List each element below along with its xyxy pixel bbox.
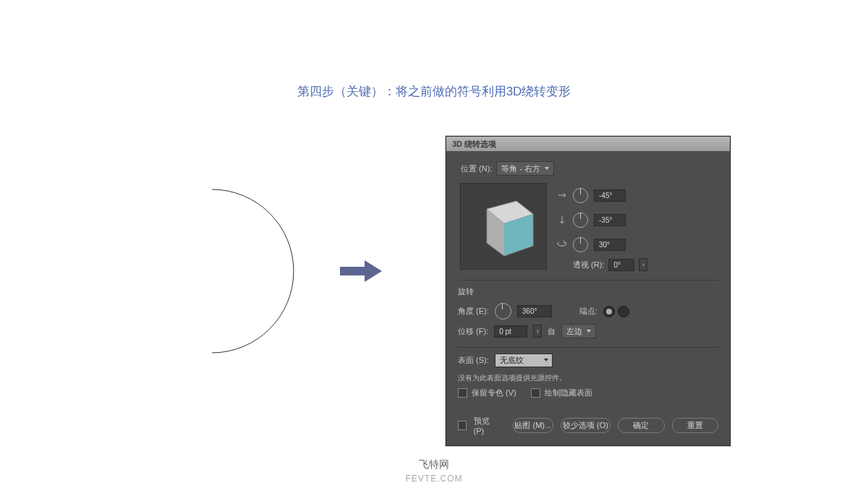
surface-value: 无底纹 [500, 356, 524, 364]
cap-off[interactable] [618, 306, 629, 317]
offset-input[interactable]: 0 pt [494, 325, 527, 338]
chevron-down-icon [545, 167, 549, 170]
from-dropdown[interactable]: 左边 [561, 324, 596, 338]
chevron-down-icon [544, 359, 548, 361]
axis-z-icon [557, 239, 567, 249]
perspective-stepper[interactable]: › [639, 258, 647, 271]
from-label: 自 [548, 326, 556, 337]
angle-y-input[interactable]: -35° [594, 214, 626, 226]
arrow-icon [340, 259, 382, 283]
orientation-cube[interactable] [460, 183, 547, 270]
angle-y-dial[interactable] [573, 213, 588, 228]
angle-label: 角度 (E): [458, 306, 489, 317]
cap-label: 端点: [579, 306, 597, 317]
dialog-title: 3D 绕转选项 [446, 137, 730, 151]
preserve-spot-label: 保留专色 (V) [472, 388, 516, 398]
reset-button[interactable]: 重置 [672, 418, 718, 433]
surface-label: 表面 (S): [458, 355, 489, 366]
draw-hidden-checkbox[interactable] [531, 388, 540, 398]
preview-label: 预览 (P) [474, 416, 498, 435]
map-art-button[interactable]: 贴图 (M)... [513, 418, 553, 433]
divider [458, 280, 718, 281]
chevron-down-icon [587, 330, 591, 333]
perspective-input[interactable]: 0° [608, 259, 634, 271]
angle-z-dial[interactable] [573, 237, 588, 252]
axis-x-icon [557, 190, 567, 200]
ok-button[interactable]: 确定 [618, 418, 664, 433]
preserve-spot-checkbox[interactable] [458, 388, 467, 398]
watermark-brand: 飞特网 [0, 458, 868, 471]
revolve-angle-dial[interactable] [495, 303, 511, 320]
preview-checkbox[interactable] [458, 421, 467, 430]
revolve-header: 旋转 [458, 286, 718, 297]
axis-y-icon [557, 215, 567, 225]
fewer-options-button[interactable]: 较少选项 (O) [561, 418, 611, 433]
position-value: 等角 - 右方 [501, 163, 540, 174]
perspective-label: 透视 (R): [573, 260, 604, 270]
surface-select[interactable]: 无底纹 [495, 354, 553, 367]
watermark-url: FEVTE.COM [0, 474, 868, 484]
3d-revolve-dialog: 3D 绕转选项 位置 (N): 等角 - 右方 [446, 136, 731, 446]
from-value: 左边 [566, 326, 582, 337]
position-label: 位置 (N): [461, 163, 492, 174]
source-arc [206, 188, 300, 357]
revolve-angle-input[interactable]: 360° [517, 305, 552, 317]
page-title: 第四步（关键）：将之前做的符号利用3D绕转变形 [0, 83, 868, 100]
offset-label: 位移 (F): [458, 326, 488, 337]
draw-hidden-label: 绘制隐藏表面 [545, 388, 592, 398]
offset-stepper[interactable]: › [533, 325, 542, 338]
cap-on[interactable] [603, 306, 615, 317]
position-dropdown[interactable]: 等角 - 右方 [496, 161, 554, 176]
angle-x-input[interactable]: -45° [594, 189, 626, 202]
surface-note: 没有为此表面选项提供光源控件。 [458, 373, 718, 383]
cap-options [603, 306, 629, 317]
angle-x-dial[interactable] [573, 188, 588, 203]
divider [458, 347, 718, 348]
angle-z-input[interactable]: 30° [594, 239, 626, 251]
